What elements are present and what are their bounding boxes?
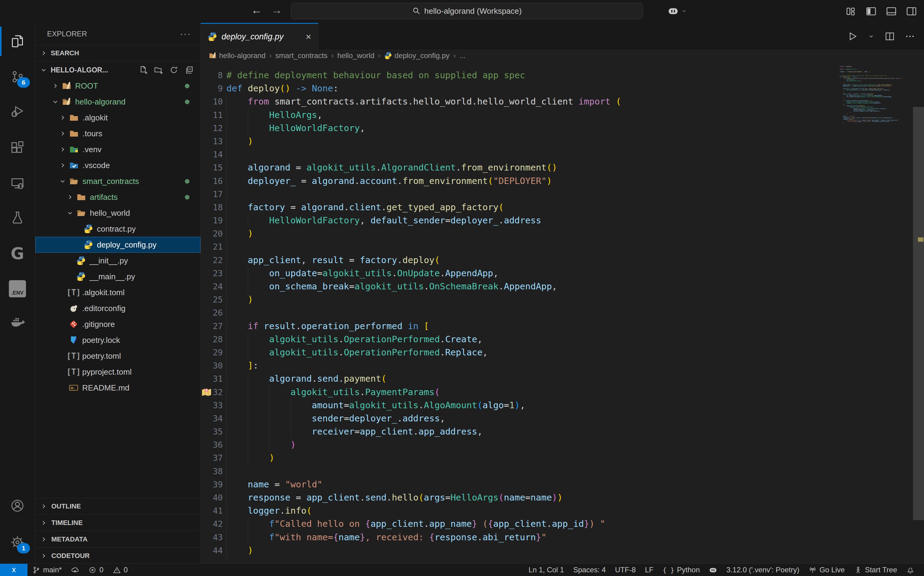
toggle-panel-icon[interactable]: [886, 5, 897, 17]
tree-item--init-py[interactable]: __init__.py: [35, 253, 200, 269]
status-encoding[interactable]: UTF-8: [611, 564, 641, 576]
status-git-branch[interactable]: main*: [27, 564, 66, 576]
section-outline[interactable]: OUTLINE: [35, 498, 200, 514]
activity-extensions-icon[interactable]: [0, 133, 35, 162]
toggle-sidebar-icon[interactable]: [865, 5, 877, 17]
status-go-live[interactable]: Go Live: [804, 564, 849, 576]
activity-source-control-icon[interactable]: 6: [0, 62, 35, 91]
tree-item--gitignore[interactable]: .gitignore: [35, 316, 200, 332]
status-language-mode[interactable]: { }Python: [658, 564, 705, 576]
codetour-map-marker-icon[interactable]: [201, 387, 212, 398]
status-start-tree[interactable]: Start Tree: [849, 564, 902, 576]
tree-item-deploy-config-py[interactable]: deploy_config.py: [35, 237, 200, 253]
editor-scrollbar[interactable]: [912, 62, 924, 564]
tree-item--editorconfig[interactable]: .editorconfig: [35, 300, 200, 316]
run-dropdown-icon[interactable]: [867, 32, 875, 40]
tree-item-label: artifacts: [90, 192, 118, 202]
scrollbar-thumb[interactable]: [913, 107, 924, 520]
line-number: 13: [201, 135, 223, 148]
breadcrumb-item[interactable]: hello_world: [337, 51, 374, 60]
activity-docker-icon[interactable]: [0, 308, 35, 338]
new-folder-icon[interactable]: [154, 66, 163, 75]
tree-item-poetry-lock[interactable]: poetry.lock: [35, 332, 200, 348]
status-problems-warnings[interactable]: 0: [108, 564, 132, 576]
status-label: 0: [124, 566, 128, 574]
python-icon: [208, 32, 217, 42]
activity-account-icon[interactable]: [0, 491, 35, 520]
breadcrumb-item[interactable]: smart_contracts: [275, 51, 328, 60]
folder-vscode-icon: [68, 160, 80, 170]
tree-item--venv[interactable]: .venv: [35, 141, 200, 157]
line-number: 37: [201, 451, 223, 464]
new-file-icon[interactable]: [139, 66, 148, 75]
tree-item--algokit-toml[interactable]: [T].algokit.toml: [35, 285, 200, 300]
workspace-header[interactable]: HELLO-ALGOR...: [35, 61, 200, 78]
more-actions-icon[interactable]: [905, 31, 916, 42]
activity-testing-icon[interactable]: [0, 203, 35, 232]
activity-algokit-icon[interactable]: G: [0, 238, 35, 268]
tree-item-label: .editorconfig: [82, 304, 126, 313]
split-editor-icon[interactable]: [884, 31, 895, 42]
status-problems-errors[interactable]: 0: [84, 564, 108, 576]
run-python-file-icon[interactable]: [847, 31, 858, 42]
code-line-26: 26: [201, 306, 838, 319]
tree-item-contract-py[interactable]: contract.py: [35, 221, 200, 237]
activity-explorer-icon[interactable]: [0, 27, 35, 56]
activity-remote-explorer-icon[interactable]: [0, 169, 35, 198]
tree-item-hello-world[interactable]: hello_world: [35, 205, 200, 221]
history-back-button[interactable]: ←: [251, 4, 262, 16]
chevron-down-icon: [65, 209, 75, 217]
code-line-15: 15 algorand = algokit_utils.AlgorandClie…: [201, 161, 838, 174]
collapse-all-icon[interactable]: [185, 66, 194, 75]
tree-item-pyproject-toml[interactable]: [T]pyproject.toml: [35, 364, 200, 380]
tree-item-smart-contracts[interactable]: smart_contracts: [35, 173, 200, 189]
activity-dotenv-icon[interactable]: .ENV: [0, 274, 35, 304]
section-metadata[interactable]: METADATA: [35, 531, 200, 547]
breadcrumb-item[interactable]: hello-algorand: [209, 51, 265, 60]
status-copilot[interactable]: [704, 564, 722, 576]
history-forward-button[interactable]: →: [271, 4, 282, 16]
tree-item-artifacts[interactable]: artifacts: [35, 189, 200, 205]
refresh-icon[interactable]: [169, 66, 179, 75]
status-indentation[interactable]: Spaces: 4: [569, 564, 611, 576]
command-center-search[interactable]: hello-algorand (Workspace): [291, 3, 643, 19]
file-tree: ROOThello-algorand.algokit.tours.venv.vs…: [35, 78, 200, 396]
breadcrumb-item[interactable]: ...: [459, 51, 465, 60]
line-number: 10: [201, 95, 223, 108]
tree-item-root[interactable]: ROOT: [35, 78, 200, 94]
breadcrumb-item[interactable]: deploy_config.py: [384, 51, 449, 60]
status-python-interpreter[interactable]: 3.12.0 ('.venv': Poetry): [722, 564, 804, 576]
python-icon: [75, 272, 87, 282]
status-notifications[interactable]: [902, 564, 919, 576]
section-codetour[interactable]: CODETOUR: [35, 547, 200, 564]
status-label: LF: [645, 566, 654, 574]
activity-run-debug-icon[interactable]: [0, 96, 35, 126]
chevron-right-icon: [58, 114, 68, 122]
tree-item--tours[interactable]: .tours: [35, 126, 200, 141]
status-cursor-position[interactable]: Ln 1, Col 1: [524, 564, 569, 576]
toggle-secondary-sidebar-icon[interactable]: [906, 5, 917, 17]
status-remote[interactable]: [0, 564, 27, 576]
status-sync[interactable]: [66, 564, 84, 576]
tree-item--algokit[interactable]: .algokit: [35, 110, 200, 126]
tab-deploy-config[interactable]: deploy_config.py ×: [201, 23, 318, 50]
minimap[interactable]: import logging import algokit_utils logg…: [840, 62, 912, 124]
line-number: 33: [201, 399, 223, 412]
tree-item-hello-algorand[interactable]: hello-algorand: [35, 94, 200, 110]
tree-item-poetry-toml[interactable]: [T]poetry.toml: [35, 348, 200, 364]
tree-item--vscode[interactable]: .vscode: [35, 157, 200, 173]
tree-item--main-py[interactable]: __main__.py: [35, 269, 200, 285]
copilot-button[interactable]: [668, 5, 688, 16]
breadcrumb-separator: ›: [331, 51, 334, 60]
status-eol[interactable]: LF: [641, 564, 658, 576]
activity-settings-icon[interactable]: 1: [0, 528, 35, 557]
tree-item-readme-md[interactable]: M↓README.md: [35, 380, 200, 396]
section-search[interactable]: SEARCH: [35, 45, 200, 61]
folder-icon: [68, 113, 80, 123]
views-more-actions-icon[interactable]: ···: [180, 29, 191, 39]
tab-close-icon[interactable]: ×: [305, 31, 311, 42]
code-line-35: 35 receiver=app_client.app_address,: [201, 425, 838, 438]
customize-layout-icon[interactable]: [845, 5, 857, 17]
code-editor[interactable]: 8# define deployment behaviour based on …: [201, 62, 924, 564]
section-timeline[interactable]: TIMELINE: [35, 514, 200, 531]
